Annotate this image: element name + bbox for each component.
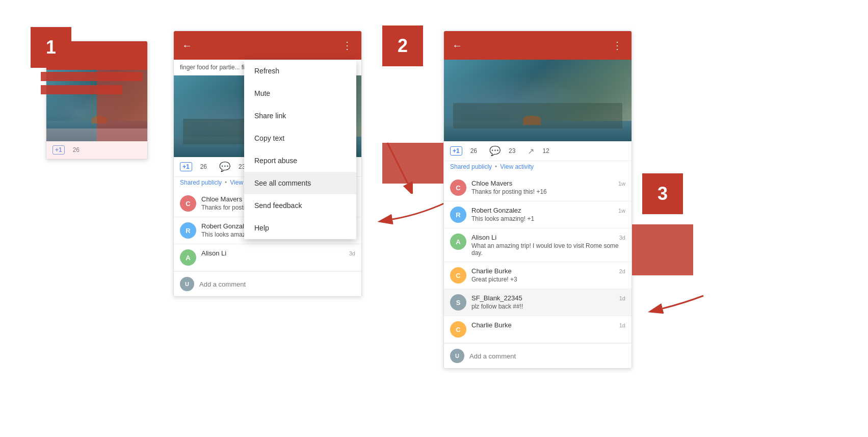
comment-item-6-right: C Charlie Burke 1d [444, 316, 632, 343]
comment-header-5-right: SF_Blank_22345 1d [471, 294, 625, 302]
comment-time-4-right: 2d [619, 268, 625, 274]
comment-name-5-right: SF_Blank_22345 [471, 294, 522, 302]
comment-content-2-right: Robert Gonzalez 1w This looks amazing! +… [471, 207, 625, 223]
comment-header-3-middle: Alison Li 3d [201, 249, 355, 257]
share-icon-right: ↗ [528, 146, 534, 156]
comment-name-6-right: Charlie Burke [471, 321, 512, 329]
step-3-badge: 3 [642, 173, 683, 214]
current-user-avatar-right: U [450, 349, 464, 363]
comment-name-1-middle: Chloe Mavers [201, 195, 242, 203]
comment-item-1-right: C Chloe Mavers 1w Thanks for posting thi… [444, 174, 632, 201]
comment-time-3-right: 3d [619, 235, 625, 241]
page-container: 1 ← +1 2 [0, 0, 868, 437]
comment-content-5-right: SF_Blank_22345 1d plz follow back ##!! [471, 294, 625, 311]
comment-content-3-right: Alison Li 3d What an amazing trip! I wou… [471, 234, 625, 256]
add-comment-input-middle[interactable] [199, 280, 355, 288]
menu-item-mute[interactable]: Mute [244, 82, 356, 105]
menu-item-send-feedback[interactable]: Send feedback [244, 194, 356, 217]
section-right: ← ⋮ +1 26 💬 23 ↗ 12 [443, 31, 632, 369]
boat-right [523, 116, 541, 125]
comment-header-4-right: Charlie Burke 2d [471, 267, 625, 275]
step-2-badge: 2 [382, 25, 423, 66]
layout-wrapper: 1 ← +1 2 [31, 20, 837, 417]
engagement-bar-right: +1 26 💬 23 ↗ 12 [444, 141, 632, 161]
comment-item-3-right: A Alison Li 3d What an amazing trip! I w… [444, 228, 632, 262]
avatar-chloe-right: C [450, 179, 466, 196]
avatar-charlie2-right: C [450, 321, 466, 338]
comment-item-2-right: R Robert Gonzalez 1w This looks amazing!… [444, 201, 632, 228]
comment-text-5-right: plz follow back ##!! [471, 303, 625, 310]
cover-line-1 [41, 72, 143, 81]
comment-text-3-right: What an amazing trip! I would love to vi… [471, 242, 625, 256]
share-count-right: 12 [542, 147, 549, 155]
more-dots-right[interactable]: ⋮ [612, 39, 623, 52]
shared-bar-right: Shared publicly • View activity [444, 161, 632, 174]
comment-time-1-right: 1w [618, 181, 625, 187]
blurred-text-area [41, 72, 143, 98]
add-comment-input-right[interactable] [469, 352, 625, 360]
back-arrow-middle[interactable]: ← [182, 40, 192, 52]
phone-right: ← ⋮ +1 26 💬 23 ↗ 12 [443, 31, 632, 369]
comment-header-1-right: Chloe Mavers 1w [471, 179, 625, 187]
more-dots-middle[interactable]: ⋮ [342, 39, 353, 52]
comment-time-6-right: 1d [619, 322, 625, 328]
comment-item-5-right: S SF_Blank_22345 1d plz follow back ##!! [444, 289, 632, 316]
plusone-count-right: 26 [470, 147, 477, 155]
menu-item-see-all-comments[interactable]: See all comments [244, 172, 356, 194]
current-user-avatar-middle: U [180, 277, 194, 291]
comment-time-3-middle: 3d [349, 250, 355, 256]
menu-item-report-abuse[interactable]: Report abuse [244, 149, 356, 172]
plusone-middle: +1 [180, 162, 192, 171]
arrow-to-spam [632, 286, 714, 316]
plusone-right: +1 [450, 146, 462, 156]
avatar-robert-middle: R [180, 222, 196, 239]
menu-item-copy-text[interactable]: Copy text [244, 127, 356, 149]
add-comment-bar-right: U [444, 343, 632, 368]
comment-icon-right: 💬 [489, 145, 501, 157]
cover-rect-middle-right [382, 143, 443, 184]
comment-item-4-right: C Charlie Burke 2d Great picture! +3 [444, 262, 632, 289]
section-middle: ← ⋮ finger food for partie... first 5 pe… [173, 31, 362, 297]
avatar-chloe-middle: C [180, 195, 196, 212]
comment-header-2-right: Robert Gonzalez 1w [471, 207, 625, 214]
comment-name-4-right: Charlie Burke [471, 267, 512, 275]
comment-name-3-middle: Alison Li [201, 249, 226, 257]
comment-list-right: C Chloe Mavers 1w Thanks for posting thi… [444, 174, 632, 343]
comment-item-3-middle: A Alison Li 3d [174, 244, 361, 271]
menu-item-share-link[interactable]: Share link [244, 105, 356, 127]
plusone-count-middle: 26 [200, 163, 207, 170]
phone-right-header: ← ⋮ [444, 31, 632, 60]
avatar-sf-right: S [450, 294, 466, 311]
avatar-charlie-right: C [450, 267, 466, 284]
comment-name-2-middle: Robert Gonzalez [201, 222, 251, 230]
dropdown-menu: Refresh Mute Share link Copy text Report… [244, 60, 356, 239]
phone-right-image [444, 60, 632, 141]
menu-item-help[interactable]: Help [244, 217, 356, 239]
shared-publicly-link-middle[interactable]: Shared publicly [180, 179, 222, 186]
comment-text-2-right: This looks amazing! +1 [471, 215, 625, 222]
sketch-overlay [46, 128, 147, 159]
phone-middle-header: ← ⋮ [174, 31, 361, 60]
back-arrow-right[interactable]: ← [452, 40, 462, 52]
comment-text-4-right: Great picture! +3 [471, 276, 625, 283]
step-1-badge: 1 [31, 27, 71, 68]
view-activity-link-right[interactable]: View activity [500, 163, 534, 170]
add-comment-bar-middle: U [174, 271, 361, 296]
comment-time-2-right: 1w [618, 208, 625, 214]
comment-content-6-right: Charlie Burke 1d [471, 321, 625, 338]
cover-line-2 [41, 85, 122, 94]
cover-rect-right [632, 224, 693, 275]
comment-time-5-right: 1d [619, 295, 625, 301]
menu-item-refresh[interactable]: Refresh [244, 60, 356, 82]
comment-name-2-right: Robert Gonzalez [471, 207, 521, 214]
comment-name-3-right: Alison Li [471, 234, 496, 241]
avatar-alison-right: A [450, 234, 466, 250]
comment-content-4-right: Charlie Burke 2d Great picture! +3 [471, 267, 625, 284]
section-left: 1 ← +1 2 [46, 41, 148, 160]
shared-publicly-link-right[interactable]: Shared publicly [450, 163, 492, 170]
comment-content-3-middle: Alison Li 3d [201, 249, 355, 266]
comment-header-3-right: Alison Li 3d [471, 234, 625, 241]
comment-count-right: 23 [509, 147, 515, 155]
comment-name-1-right: Chloe Mavers [471, 179, 512, 187]
avatar-alison-middle: A [180, 249, 196, 266]
